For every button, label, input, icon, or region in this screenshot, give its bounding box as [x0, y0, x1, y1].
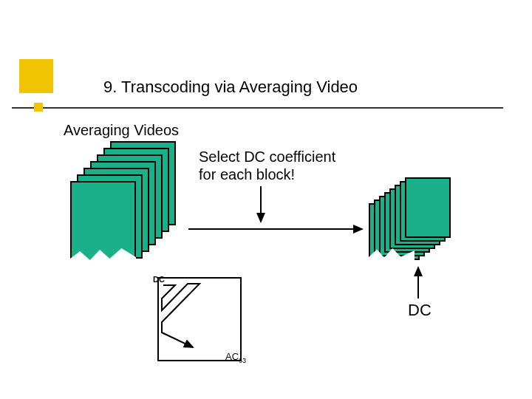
- slide-canvas: 9. Transcoding via Averaging Video Avera…: [0, 0, 532, 399]
- arrows-overlay: [0, 0, 532, 399]
